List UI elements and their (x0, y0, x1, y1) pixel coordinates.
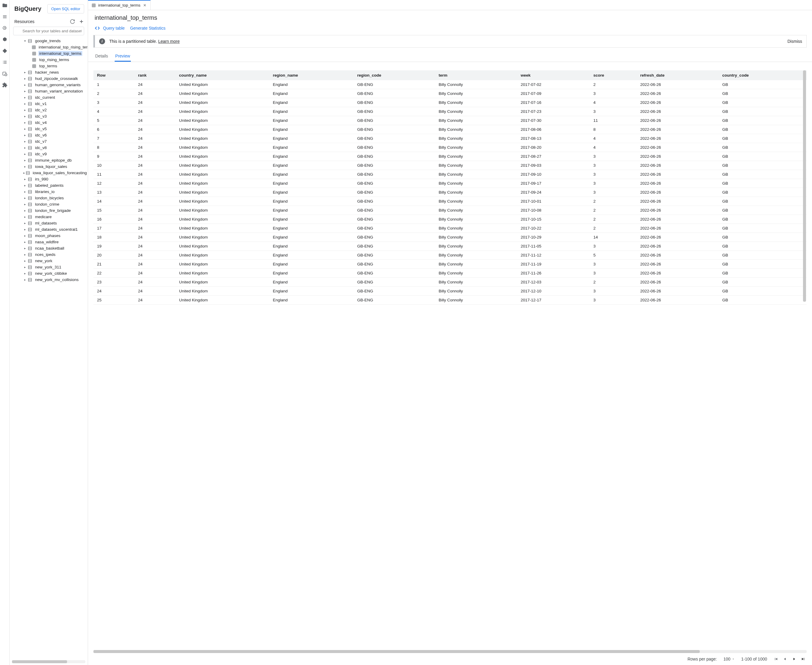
dataset-idc-v6[interactable]: ▸idc_v6 (10, 132, 88, 138)
dataset-new-york-311[interactable]: ▸new_york_311 (10, 264, 88, 270)
dataset-new-york-citibike[interactable]: ▸new_york_citibike (10, 270, 88, 277)
column-header[interactable]: week (517, 70, 590, 80)
info-icon: i (99, 38, 105, 44)
dataset-nasa-wildfire[interactable]: ▸nasa_wildfire (10, 239, 88, 245)
vertical-scrollbar[interactable] (803, 70, 806, 302)
dataset-hud-zipcode-crosswalk[interactable]: ▸hud_zipcode_crosswalk (10, 75, 88, 82)
table-cell: 2017-08-13 (517, 134, 590, 143)
horizontal-scrollbar[interactable] (94, 650, 807, 653)
rows-per-page-select[interactable]: 100 (723, 657, 735, 662)
dataset-london-crime[interactable]: ▸london_crime (10, 201, 88, 207)
checklist-icon[interactable] (2, 59, 8, 65)
magnify-icon[interactable] (2, 25, 8, 31)
table-cell: 11 (590, 116, 637, 125)
last-page-icon[interactable] (801, 657, 805, 662)
query-table-button[interactable]: Query table (103, 26, 125, 31)
dataset-idc-v4[interactable]: ▸idc_v4 (10, 120, 88, 126)
dataset-icon (28, 146, 32, 150)
list-icon[interactable] (2, 14, 8, 20)
dataset-iowa-liquor-sales[interactable]: ▸iowa_liquor_sales (10, 164, 88, 170)
dataset-idc-current[interactable]: ▸idc_current (10, 94, 88, 101)
table-cell: GB-ENG (354, 197, 435, 206)
column-header[interactable]: country_code (718, 70, 807, 80)
dataset-idc-v5[interactable]: ▸idc_v5 (10, 126, 88, 132)
prev-page-icon[interactable] (782, 657, 787, 662)
dataset-nces-ipeds[interactable]: ▸nces_ipeds (10, 251, 88, 258)
dataset-irs-990[interactable]: ▸irs_990 (10, 176, 88, 182)
generate-statistics-button[interactable]: Generate Statistics (130, 26, 165, 31)
dataset-idc-v8[interactable]: ▸idc_v8 (10, 144, 88, 151)
column-header[interactable]: term (435, 70, 517, 80)
tree-horizontal-scrollbar[interactable] (12, 660, 85, 663)
dataset-idc-v1[interactable]: ▸idc_v1 (10, 101, 88, 107)
tab-international-top-terms[interactable]: international_top_terms (88, 0, 151, 10)
dataset-ml-datasets-uscentral1[interactable]: ▸ml_datasets_uscentral1 (10, 226, 88, 233)
learn-more-link[interactable]: Learn more (158, 39, 180, 44)
dataset-idc-v3[interactable]: ▸idc_v3 (10, 113, 88, 120)
table-cell: 3 (590, 269, 637, 278)
extension-icon[interactable] (2, 82, 8, 88)
dataset-new-york-mv-collisions[interactable]: ▸new_york_mv_collisions (10, 277, 88, 283)
dataset-moon-phases[interactable]: ▸moon_phases (10, 233, 88, 239)
dataset-libraries-io[interactable]: ▸libraries_io (10, 188, 88, 195)
dataset-google-trends[interactable]: ▾google_trends (10, 38, 88, 44)
table-international-top-terms[interactable]: international_top_terms (10, 50, 88, 57)
dataset-idc-v9[interactable]: ▸idc_v9 (10, 151, 88, 157)
column-header[interactable]: rank (135, 70, 176, 80)
chevron-right-icon: ▸ (23, 234, 27, 238)
table-cell: 24 (135, 224, 176, 233)
table-cell: 3 (94, 98, 135, 107)
dataset-new-york[interactable]: ▸new_york (10, 258, 88, 264)
column-header[interactable]: score (590, 70, 637, 80)
dataset-idc-v2[interactable]: ▸idc_v2 (10, 107, 88, 113)
table-cell: GB-ENG (354, 116, 435, 125)
folder-icon[interactable] (2, 2, 8, 8)
svg-rect-6 (33, 52, 36, 55)
table-top-terms[interactable]: top_terms (10, 63, 88, 69)
dataset-iowa-liquor-sales-forecasting[interactable]: ▸iowa_liquor_sales_forecasting (10, 170, 88, 176)
table-icon (32, 64, 36, 69)
column-header[interactable]: Row (94, 70, 135, 80)
hexagon-icon[interactable] (2, 36, 8, 43)
dataset-hacker-news[interactable]: ▸hacker_news (10, 69, 88, 75)
table-container[interactable]: Rowrankcountry_nameregion_nameregion_cod… (94, 70, 807, 649)
dataset-london-bicycles[interactable]: ▸london_bicycles (10, 195, 88, 201)
chevron-right-icon: ▸ (23, 159, 27, 162)
dataset-london-fire-brigade[interactable]: ▸london_fire_brigade (10, 207, 88, 214)
calendar-clock-icon[interactable] (2, 70, 8, 77)
dataset-ncaa-basketball[interactable]: ▸ncaa_basketball (10, 245, 88, 251)
table-international-top-rising-terms[interactable]: international_top_rising_terms (10, 44, 88, 50)
dataset-idc-v7[interactable]: ▸idc_v7 (10, 138, 88, 144)
diamond-icon[interactable] (2, 48, 8, 54)
table-cell: GB (718, 98, 807, 107)
dataset-medicare[interactable]: ▸medicare (10, 214, 88, 220)
table-cell: 2 (590, 278, 637, 287)
tab-details[interactable]: Details (95, 51, 109, 62)
refresh-icon[interactable] (70, 19, 75, 24)
table-cell: 24 (135, 134, 176, 143)
tree-item-label: idc_v9 (34, 151, 48, 157)
table-cell: GB (718, 233, 807, 242)
dataset-human-genome-variants[interactable]: ▸human_genome_variants (10, 82, 88, 88)
add-icon[interactable] (79, 19, 84, 24)
dismiss-button[interactable]: Dismiss (787, 39, 802, 44)
dataset-immune-epitope-db[interactable]: ▸immune_epitope_db (10, 157, 88, 164)
tab-preview[interactable]: Preview (115, 51, 131, 62)
next-page-icon[interactable] (792, 657, 796, 662)
dataset-icon (28, 265, 32, 270)
close-icon[interactable] (143, 3, 147, 7)
dataset-labeled-patents[interactable]: ▸labeled_patents (10, 182, 88, 188)
column-header[interactable]: region_code (354, 70, 435, 80)
column-header[interactable]: refresh_date (636, 70, 718, 80)
table-top-rising-terms[interactable]: top_rising_terms (10, 57, 88, 63)
dataset-ml-datasets[interactable]: ▸ml_datasets (10, 220, 88, 226)
resource-tree[interactable]: ▾google_trendsinternational_top_rising_t… (10, 37, 88, 660)
open-sql-editor-button[interactable]: Open SQL editor (47, 4, 84, 13)
column-header[interactable]: country_name (176, 70, 269, 80)
search-input[interactable] (13, 27, 84, 35)
dataset-human-variant-annotation[interactable]: ▸human_variant_annotation (10, 88, 88, 94)
column-header[interactable]: region_name (269, 70, 354, 80)
table-cell: Billy Connolly (435, 125, 517, 134)
tree-item-label: idc_v3 (34, 114, 48, 119)
first-page-icon[interactable] (774, 657, 778, 662)
